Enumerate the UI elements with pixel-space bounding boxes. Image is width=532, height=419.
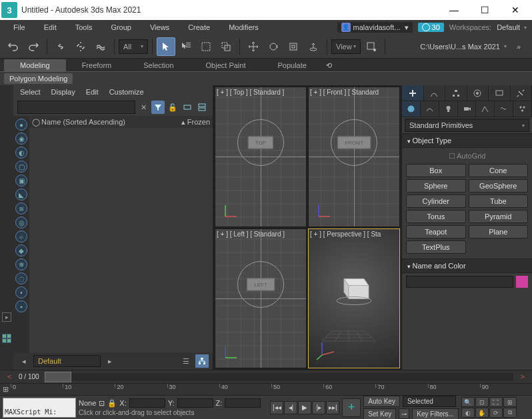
scene-search-input[interactable] — [17, 101, 135, 114]
tab-selection[interactable]: Selection — [127, 59, 189, 71]
polygon-modeling-panel[interactable]: Polygon Modeling — [4, 73, 73, 84]
y-coord-input[interactable] — [177, 398, 213, 408]
layers-stack-icon[interactable]: ☰ — [179, 354, 193, 368]
move-button[interactable] — [244, 37, 263, 56]
select-object-button[interactable] — [157, 37, 175, 56]
viewport-top[interactable]: [ + ] [ Top ] [ Standard ] TOP — [215, 87, 307, 227]
time-remaining-badge[interactable]: 30 — [418, 23, 444, 32]
rectangular-selection-button[interactable] — [197, 37, 215, 56]
name-color-rollout[interactable]: Name and Color — [402, 258, 532, 273]
select-by-name-button[interactable] — [177, 37, 195, 56]
goto-end-button[interactable]: ▸▸| — [326, 401, 339, 414]
cameras-subtab[interactable] — [458, 101, 477, 117]
goto-start-button[interactable]: |◂◂ — [270, 401, 283, 414]
undo-button[interactable] — [4, 37, 23, 56]
filter-light-icon[interactable]: ◐ — [15, 147, 27, 159]
prim-box[interactable]: Box — [406, 164, 466, 177]
viewport-front[interactable]: [ + ] [ Front ] [ Standard FRONT — [308, 87, 400, 227]
viewport-label[interactable]: [ + ] [ Front ] [ Standard — [310, 89, 379, 96]
menu-modifiers[interactable]: Modifiers — [221, 22, 267, 33]
viewport-label[interactable]: [ + ] [ Top ] [ Standard ] — [217, 89, 284, 96]
menu-create[interactable]: Create — [180, 22, 218, 33]
menu-file[interactable]: File — [5, 22, 33, 33]
zoom-button[interactable]: 🔍 — [461, 397, 475, 407]
motion-tab[interactable] — [467, 85, 489, 101]
setkey-button[interactable]: Set Key — [363, 408, 396, 420]
scene-menu-display[interactable]: Display — [51, 88, 75, 96]
filter-group-icon[interactable]: ◎ — [15, 216, 27, 228]
menu-tools[interactable]: Tools — [67, 22, 101, 33]
time-slider[interactable]: ＜ 0 / 100 ＞ — [0, 370, 532, 383]
selection-set-button-2[interactable] — [195, 101, 209, 114]
link-button[interactable] — [51, 37, 70, 56]
viewcube[interactable] — [334, 269, 374, 306]
x-coord-input[interactable] — [129, 398, 165, 408]
helpers-subtab[interactable] — [476, 101, 495, 117]
selection-set-button-1[interactable] — [181, 101, 194, 114]
scene-list[interactable]: ◯ Name (Sorted Ascending) ▴ Frozen — [29, 116, 213, 352]
prev-frame-button[interactable]: ◂| — [284, 401, 297, 414]
object-name-input[interactable] — [406, 276, 513, 288]
active-layer-name[interactable]: Default — [33, 355, 101, 367]
scale-button[interactable] — [284, 37, 303, 56]
scene-menu-edit[interactable]: Edit — [86, 88, 99, 96]
menu-views[interactable]: Views — [142, 22, 177, 33]
chevron-down-icon[interactable]: ▾ — [504, 43, 507, 49]
viewport-perspective[interactable]: [ + ] [ Perspective ] [ Sta — [308, 228, 400, 369]
prim-teapot[interactable]: Teapot — [406, 225, 466, 238]
timeline-config-button[interactable]: ⊞ — [0, 384, 11, 395]
filter-hidden-icon[interactable]: ◌ — [15, 272, 27, 284]
lock-icon[interactable]: 🔓 — [166, 101, 179, 114]
key-filters-button[interactable]: Key Filters... — [412, 408, 459, 420]
prim-torus[interactable]: Torus — [406, 210, 466, 223]
menu-group[interactable]: Group — [103, 22, 139, 33]
prim-cylinder[interactable]: Cylinder — [406, 195, 466, 208]
expand-panel-button[interactable]: ▸ — [2, 312, 11, 322]
spacewarps-subtab[interactable] — [495, 101, 513, 117]
prim-pyramid[interactable]: Pyramid — [469, 210, 529, 223]
toolbar-overflow-button[interactable]: » — [509, 37, 528, 56]
viewcube[interactable]: FRONT — [337, 137, 371, 149]
prim-textplus[interactable]: TextPlus — [406, 240, 466, 254]
viewport-label[interactable]: [ + ] [ Left ] [ Standard ] — [217, 230, 285, 238]
lights-subtab[interactable] — [439, 101, 458, 117]
reference-coord-dropdown[interactable]: View▾ — [331, 39, 361, 54]
autogrid-checkbox[interactable]: AutoGrid — [406, 151, 528, 162]
layer-next-button[interactable]: ▸ — [103, 354, 117, 368]
prim-sphere[interactable]: Sphere — [406, 179, 466, 193]
prim-geosphere[interactable]: GeoSphere — [469, 179, 529, 193]
zoom-all-button[interactable]: ⊡ — [475, 397, 489, 407]
prim-cone[interactable]: Cone — [469, 164, 529, 177]
play-button[interactable]: ▶ — [298, 401, 311, 414]
filter-misc-icon[interactable]: ▪ — [15, 300, 27, 312]
set-key-big-button[interactable]: + — [342, 398, 361, 417]
clear-search-button[interactable]: ✕ — [137, 101, 150, 114]
hierarchy-tab[interactable] — [445, 85, 467, 101]
placement-button[interactable] — [304, 37, 323, 56]
rotate-button[interactable] — [264, 37, 283, 56]
zoom-extents-all-button[interactable]: ⊞ — [503, 397, 517, 407]
object-type-rollout[interactable]: Object Type — [402, 133, 532, 148]
pan-button[interactable]: ✋ — [475, 408, 489, 418]
scene-menu-customize[interactable]: Customize — [109, 88, 144, 96]
filter-frozen-icon[interactable]: ❄ — [15, 258, 27, 270]
filter-bone-icon[interactable]: ⟐ — [15, 230, 27, 242]
maximize-viewport-button[interactable]: ⧉ — [503, 408, 517, 418]
field-of-view-button[interactable]: ◐ — [461, 408, 475, 418]
display-tab[interactable] — [489, 85, 511, 101]
menu-edit[interactable]: Edit — [36, 22, 65, 33]
filter-spacewarp-icon[interactable]: ≋ — [15, 203, 27, 214]
bind-spacewarp-button[interactable] — [91, 37, 110, 56]
prim-plane[interactable]: Plane — [469, 225, 529, 238]
tab-modeling[interactable]: Modeling — [4, 59, 66, 71]
viewport-left[interactable]: [ + ] [ Left ] [ Standard ] LEFT — [215, 228, 307, 369]
scene-menu-select[interactable]: Select — [20, 88, 41, 96]
redo-button[interactable] — [24, 37, 43, 56]
filter-button[interactable] — [151, 101, 165, 114]
shapes-subtab[interactable] — [421, 101, 439, 117]
create-tab[interactable] — [402, 85, 424, 101]
geometry-subtab[interactable] — [402, 101, 421, 117]
time-ruler[interactable]: ⊞ 0102030405060708090100 — [0, 383, 532, 395]
prim-tube[interactable]: Tube — [469, 195, 529, 208]
tab-populate[interactable]: Populate — [261, 59, 322, 71]
